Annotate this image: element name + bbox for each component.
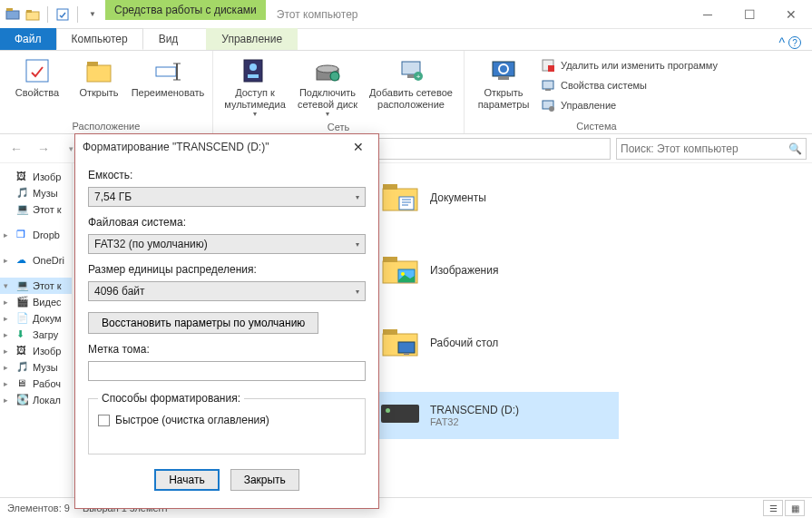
open-button[interactable]: Открыть — [69, 54, 129, 101]
qat-separator — [47, 6, 48, 23]
ribbon-collapse[interactable]: ^ ? — [778, 35, 812, 50]
rename-label: Переименовать — [132, 87, 205, 99]
search-input[interactable] — [621, 142, 788, 155]
search-box[interactable]: 🔍 — [616, 138, 807, 160]
folder-documents[interactable]: Документы — [374, 174, 619, 221]
media-access-button[interactable]: Доступ к мультимедиа ▾ — [220, 54, 289, 120]
svg-rect-33 — [399, 197, 414, 210]
drive-transcend[interactable]: TRANSCEND (D:) FAT32 — [374, 392, 619, 439]
folder-label: Документы — [430, 191, 486, 204]
nav-item[interactable]: ▸🖼Изобр — [0, 343, 72, 359]
capacity-label: Емкость: — [88, 169, 366, 181]
restore-defaults-button[interactable]: Восстановить параметры по умолчанию — [88, 312, 318, 334]
svg-rect-8 — [156, 67, 176, 76]
ribbon: Свойства Открыть Переименовать Расположе… — [0, 51, 812, 134]
search-icon[interactable]: 🔍 — [788, 142, 802, 155]
alloc-label: Размер единицы распределения: — [88, 263, 366, 276]
nav-item[interactable]: 🎵Музы — [0, 185, 72, 201]
svg-rect-23 — [498, 76, 509, 80]
svg-rect-26 — [548, 65, 554, 72]
svg-rect-42 — [383, 329, 397, 335]
close-button[interactable]: ✕ — [770, 0, 812, 28]
dialog-close-button[interactable]: ✕ — [346, 140, 371, 154]
properties-button[interactable]: Свойства — [7, 54, 67, 101]
open-settings-button[interactable]: Открыть параметры — [472, 54, 535, 112]
nav-item[interactable]: 💻Этот к — [0, 201, 72, 218]
view-details-button[interactable]: ☰ — [763, 500, 783, 516]
map-drive-button[interactable]: Подключить сетевой диск ▾ — [291, 54, 364, 120]
svg-rect-14 — [248, 74, 259, 78]
tab-view[interactable]: Вид — [143, 28, 194, 50]
close-dialog-button[interactable]: Закрыть — [230, 469, 299, 491]
manage-button[interactable]: Управление — [537, 96, 721, 114]
folder-images[interactable]: Изображения — [374, 247, 619, 294]
folder-icon[interactable] — [25, 7, 40, 22]
nav-item[interactable]: ▸☁OneDri — [0, 252, 72, 269]
context-tab-disk-tools[interactable]: Средства работы с дисками — [105, 0, 266, 20]
titlebar: ▼ Средства работы с дисками Этот компьют… — [0, 0, 812, 29]
dialog-titlebar[interactable]: Форматирование "TRANSCEND (D:)" ✕ — [75, 134, 378, 160]
svg-rect-2 — [26, 12, 39, 20]
options-legend: Способы форматирования: — [98, 392, 244, 405]
svg-rect-38 — [383, 257, 397, 262]
nav-item[interactable]: ▸❒Dropb — [0, 227, 72, 243]
alloc-select[interactable]: 4096 байт▾ — [88, 281, 366, 301]
maximize-button[interactable]: ☐ — [729, 0, 770, 28]
file-tab[interactable]: Файл — [0, 28, 56, 50]
uninstall-label: Удалить или изменить программу — [561, 60, 718, 71]
start-button[interactable]: Начать — [154, 469, 220, 491]
format-dialog: Форматирование "TRANSCEND (D:)" ✕ Емкост… — [74, 133, 379, 509]
svg-rect-5 — [26, 60, 48, 82]
capacity-select[interactable]: 7,54 ГБ▾ — [88, 187, 366, 207]
navigation-pane: 🖼Изобр 🎵Музы 💻Этот к ▸❒Dropb ▸☁OneDri ▾💻… — [0, 163, 73, 497]
svg-rect-32 — [383, 184, 397, 190]
svg-text:+: + — [416, 73, 421, 81]
fs-select[interactable]: FAT32 (по умолчанию)▾ — [88, 234, 366, 254]
properties-qat-icon[interactable] — [55, 7, 70, 22]
group-location-label: Расположение — [7, 119, 205, 132]
nav-item[interactable]: ▸⬇Загру — [0, 327, 72, 343]
volume-label: Метка тома: — [88, 343, 366, 356]
nav-item-this-pc[interactable]: ▾💻Этот к — [0, 278, 72, 294]
back-button[interactable]: ← — [5, 138, 27, 160]
svg-rect-19 — [407, 74, 415, 78]
add-netloc-label: Добавить сетевое расположение — [367, 87, 455, 110]
quick-format-checkbox[interactable]: Быстрое (очистка оглавления) — [98, 414, 356, 426]
qat-dropdown[interactable]: ▼ — [85, 7, 100, 22]
svg-point-40 — [401, 272, 405, 276]
nav-item[interactable]: 🖼Изобр — [0, 169, 72, 185]
add-netloc-button[interactable]: + Добавить сетевое расположение — [366, 54, 456, 112]
tab-computer[interactable]: Компьютер — [56, 28, 143, 50]
group-network-label: Сеть — [220, 120, 456, 132]
folder-label: Изображения — [430, 264, 498, 277]
uninstall-button[interactable]: Удалить или изменить программу — [537, 56, 721, 74]
minimize-button[interactable]: ─ — [687, 0, 729, 28]
svg-rect-28 — [545, 89, 551, 91]
svg-rect-6 — [87, 65, 111, 82]
view-large-button[interactable]: ▦ — [785, 500, 805, 516]
nav-item[interactable]: ▸📄Докум — [0, 310, 72, 327]
nav-item[interactable]: ▸🎬Видес — [0, 294, 72, 310]
manage-label: Управление — [561, 100, 616, 111]
sysprops-label: Свойства системы — [561, 80, 647, 91]
sysprops-button[interactable]: Свойства системы — [537, 76, 721, 94]
nav-item[interactable]: ▸🎵Музы — [0, 359, 72, 376]
svg-rect-44 — [404, 353, 409, 355]
checkbox-icon — [98, 415, 110, 426]
format-options-group: Способы форматирования: Быстрое (очистка… — [88, 392, 366, 454]
qat-separator — [77, 6, 78, 23]
svg-point-17 — [330, 72, 339, 81]
forward-button[interactable]: → — [33, 138, 54, 160]
tab-manage[interactable]: Управление — [206, 28, 298, 50]
fs-label: Файловая система: — [88, 216, 366, 229]
svg-rect-27 — [543, 81, 553, 89]
folder-desktop[interactable]: Рабочий стол — [374, 319, 619, 367]
nav-item[interactable]: ▸💽Локал — [0, 392, 72, 408]
svg-point-13 — [249, 64, 257, 71]
nav-item[interactable]: ▸🖥Рабоч — [0, 376, 72, 392]
properties-label: Свойства — [15, 87, 59, 99]
volume-input[interactable] — [88, 361, 366, 381]
rename-button[interactable]: Переименовать — [131, 54, 205, 101]
drive-label: TRANSCEND (D:) — [430, 404, 519, 416]
open-settings-label: Открыть параметры — [474, 87, 533, 110]
